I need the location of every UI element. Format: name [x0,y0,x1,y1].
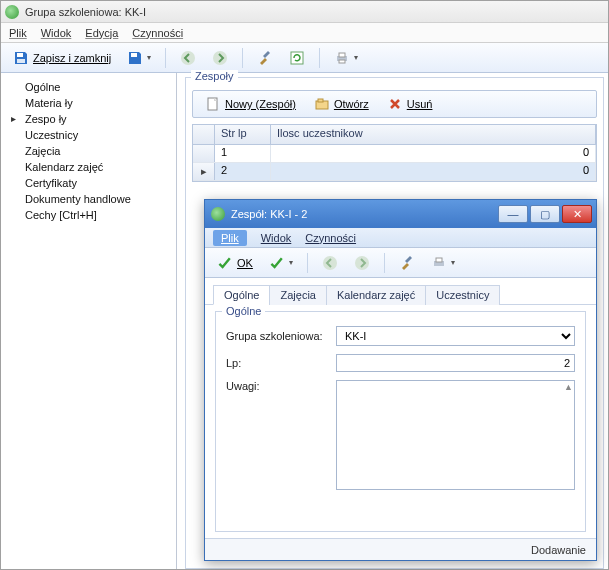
nav-forward-button[interactable] [206,48,234,68]
col-ilosc[interactable]: Ilosc uczestnikow [271,125,596,144]
menu-plik[interactable]: Plik [9,27,27,39]
teams-grid[interactable]: Str lp Ilosc uczestnikow 1 0 ▸ 2 0 [192,124,597,182]
print-icon [431,255,447,271]
main-toolbar: Zapisz i zamknij ▾ ▾ [1,43,608,73]
sidebar: Ogólne Materia ły Zespo ły Uczestnicy Za… [1,73,176,569]
ok-label: OK [237,257,253,269]
tools-icon [399,255,415,271]
tab-zajecia[interactable]: Zajęcia [269,285,326,305]
sidebar-item-cechy[interactable]: Cechy [Ctrl+H] [11,207,166,223]
row-indicator-current: ▸ [193,163,215,180]
tab-kalendarz[interactable]: Kalendarz zajęć [326,285,426,305]
svg-point-12 [323,256,337,270]
group-label-zespoly: Zespoły [191,70,238,82]
delete-button[interactable]: Usuń [381,94,439,114]
new-team-label: Nowy (Zespół) [225,98,296,110]
svg-point-13 [355,256,369,270]
window-maximize-button[interactable]: ▢ [530,205,560,223]
close-icon: ✕ [573,208,582,221]
refresh-icon [289,50,305,66]
chevron-down-icon: ▾ [289,258,293,267]
tools-button[interactable] [251,48,279,68]
sidebar-item-certyfikaty[interactable]: Certyfikaty [11,175,166,191]
lp-label: Lp: [226,357,336,369]
table-row[interactable]: 1 0 [193,145,596,163]
dmenu-widok[interactable]: Widok [261,232,292,244]
dnav-forward-button[interactable] [348,253,376,273]
ok-dropdown-button[interactable]: ▾ [263,253,299,273]
sidebar-item-uczestnicy[interactable]: Uczestnicy [11,127,166,143]
dialog-title: Zespół: KK-I - 2 [231,208,498,220]
nav-back-button[interactable] [174,48,202,68]
dmenu-czynnosci[interactable]: Czynności [305,232,356,244]
cell-ilosc: 0 [271,145,596,162]
svg-rect-0 [17,53,23,57]
check-icon [269,255,285,271]
dnav-back-button[interactable] [316,253,344,273]
dialog-tabs: Ogólne Zajęcia Kalendarz zajęć Uczestnic… [205,278,596,305]
new-doc-icon [205,96,221,112]
uwagi-textarea[interactable] [336,380,575,490]
maximize-icon: ▢ [540,208,550,221]
dialog-group-label: Ogólne [222,305,265,317]
dmenu-plik[interactable]: Plik [213,230,247,246]
print-button[interactable]: ▾ [328,48,364,68]
grupa-label: Grupa szkoleniowa: [226,330,336,342]
save-close-button[interactable]: Zapisz i zamknij [7,48,117,68]
open-label: Otwórz [334,98,369,110]
menu-czynnosci[interactable]: Czynności [132,27,183,39]
menu-widok[interactable]: Widok [41,27,72,39]
scroll-up-icon[interactable]: ▲ [564,382,573,392]
save-dropdown-button[interactable]: ▾ [121,48,157,68]
ok-button[interactable]: OK [211,253,259,273]
main-title: Grupa szkoleniowa: KK-I [25,6,146,18]
sidebar-item-dokumenty[interactable]: Dokumenty handlowe [11,191,166,207]
chevron-down-icon: ▾ [354,53,358,62]
sidebar-item-zajecia[interactable]: Zajęcia [11,143,166,159]
app-icon [211,207,225,221]
sidebar-item-materialy[interactable]: Materia ły [11,95,166,111]
uwagi-label: Uwagi: [226,380,336,392]
table-row[interactable]: ▸ 2 0 [193,163,596,181]
row-indicator [193,145,215,162]
print-icon [334,50,350,66]
dprint-button[interactable]: ▾ [425,253,461,273]
arrow-right-icon [212,50,228,66]
cell-strlp: 1 [215,145,271,162]
sidebar-item-kalendarz[interactable]: Kalendarz zajęć [11,159,166,175]
main-menubar: Plik Widok Edycja Czynności [1,23,608,43]
delete-icon [387,96,403,112]
tab-uczestnicy[interactable]: Uczestnicy [425,285,500,305]
cell-strlp: 2 [215,163,271,180]
refresh-button[interactable] [283,48,311,68]
svg-rect-7 [339,53,345,57]
menu-edycja[interactable]: Edycja [85,27,118,39]
arrow-right-icon [354,255,370,271]
new-team-button[interactable]: Nowy (Zespół) [199,94,302,114]
panel-toolbar: Nowy (Zespół) Otwórz Usuń [192,90,597,118]
dialog-titlebar[interactable]: Zespół: KK-I - 2 — ▢ ✕ [205,200,596,228]
svg-point-4 [213,51,227,65]
save-icon [13,50,29,66]
svg-rect-1 [17,59,25,63]
col-strlp[interactable]: Str lp [215,125,271,144]
window-close-button[interactable]: ✕ [562,205,592,223]
lp-input[interactable] [336,354,575,372]
grupa-select[interactable]: KK-I [336,326,575,346]
window-minimize-button[interactable]: — [498,205,528,223]
open-button[interactable]: Otwórz [308,94,375,114]
tab-ogolne[interactable]: Ogólne [213,285,270,305]
status-text: Dodawanie [531,544,586,556]
svg-point-3 [181,51,195,65]
svg-rect-8 [339,60,345,63]
sidebar-item-ogolne[interactable]: Ogólne [11,79,166,95]
sidebar-item-zespoly[interactable]: Zespo ły [11,111,166,127]
save-icon [127,50,143,66]
arrow-left-icon [322,255,338,271]
dialog-body: Ogólne Grupa szkoleniowa: KK-I Lp: Uwagi… [205,305,596,538]
team-dialog: Zespół: KK-I - 2 — ▢ ✕ Plik Widok Czynno… [204,199,597,561]
dialog-menubar: Plik Widok Czynności [205,228,596,248]
main-titlebar: Grupa szkoleniowa: KK-I [1,1,608,23]
dtools-button[interactable] [393,253,421,273]
cell-ilosc: 0 [271,163,596,180]
